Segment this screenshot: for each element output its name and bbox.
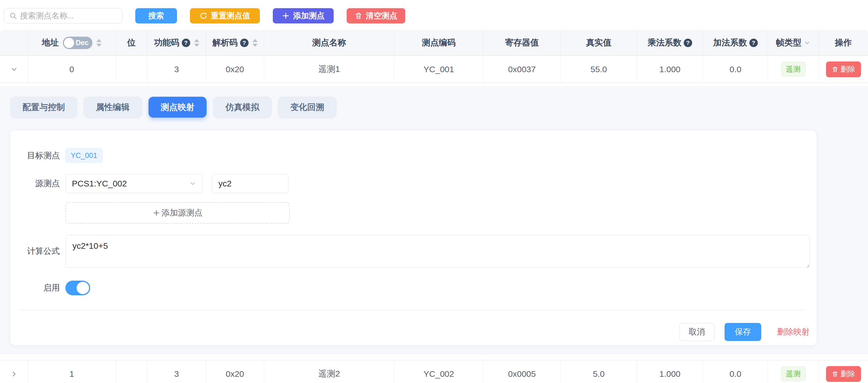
top-toolbar: 搜索 重置测点值 添加测点 清空测点: [0, 0, 868, 30]
tab-change-history[interactable]: 变化回溯: [278, 97, 336, 118]
address-sort-control[interactable]: [96, 39, 101, 47]
cell-address: 0: [28, 56, 116, 83]
col-header-expand: [0, 30, 28, 56]
enable-row: 启用: [27, 281, 810, 295]
col-label-point-name: 测点名称: [312, 37, 346, 49]
plus-icon: [282, 12, 290, 20]
tab-point-mapping[interactable]: 测点映射: [149, 97, 207, 118]
col-label-frame-type: 帧类型: [776, 37, 802, 49]
col-label-parse-code: 解析码: [213, 37, 238, 49]
target-point-row: 目标测点 YC_001: [27, 148, 810, 163]
toggle-knob: [76, 282, 89, 294]
formula-input[interactable]: yc2*10+5: [65, 235, 810, 268]
tab-simulation[interactable]: 仿真模拟: [213, 97, 271, 118]
cell-func-code: 3: [147, 56, 206, 83]
points-table: 地址 Dec 位 功能码 解析码 测点名称 测点编码 寄存器值: [0, 30, 868, 383]
add-source-point-button[interactable]: 添加源测点: [65, 202, 290, 224]
toggle-knob: [64, 38, 74, 48]
col-header-point-name: 测点名称: [264, 30, 395, 56]
col-label-multiplier: 乘法系数: [648, 37, 681, 49]
col-header-frame-type: 帧类型: [768, 30, 819, 56]
col-header-actions: 操作: [819, 30, 868, 56]
card-footer: 取消 保存 删除映射: [27, 323, 810, 341]
row-detail-panel: 配置与控制 属性编辑 测点映射 仿真模拟 变化回溯 目标测点 YC_001 源测…: [0, 86, 868, 355]
source-point-label: 源测点: [27, 178, 60, 189]
col-header-register-value: 寄存器值: [483, 30, 561, 56]
address-format-toggle[interactable]: Dec: [63, 37, 93, 49]
tab-config-control[interactable]: 配置与控制: [10, 97, 77, 118]
clear-points-button[interactable]: 清空测点: [347, 8, 405, 23]
frame-type-badge: 遥测: [781, 366, 805, 381]
expand-row-button[interactable]: [0, 360, 28, 383]
detail-tabs: 配置与控制 属性编辑 测点映射 仿真模拟 变化回溯: [10, 97, 858, 118]
cell-multiplier: 1.000: [637, 360, 703, 383]
col-label-addend: 加法系数: [713, 37, 747, 49]
cell-frame-type: 遥测: [768, 360, 819, 383]
help-icon[interactable]: [182, 39, 190, 47]
cell-point-name: 遥测2: [264, 360, 395, 383]
col-header-address: 地址 Dec: [28, 30, 116, 56]
cell-addend: 0.0: [703, 56, 768, 83]
delete-row-button[interactable]: 删除: [826, 366, 861, 382]
search-button[interactable]: 搜索: [135, 8, 177, 23]
mapping-card: 目标测点 YC_001 源测点 PCS1:YC_002 添加源测点 计算公式 y…: [10, 130, 816, 345]
cell-frame-type: 遥测: [768, 56, 819, 83]
cell-parse-code: 0x20: [206, 56, 264, 83]
collapse-row-button[interactable]: [0, 56, 28, 83]
delete-button-label: 删除: [841, 64, 855, 74]
cancel-button[interactable]: 取消: [679, 323, 714, 341]
reset-points-button[interactable]: 重置测点值: [190, 8, 260, 23]
formula-label: 计算公式: [27, 246, 60, 257]
help-icon[interactable]: [240, 39, 249, 47]
source-alias-input[interactable]: [212, 174, 288, 193]
col-label-func-code: 功能码: [154, 37, 180, 49]
chevron-right-icon: [10, 370, 18, 378]
chevron-down-icon: [189, 180, 196, 187]
target-point-label: 目标测点: [27, 150, 60, 161]
plus-icon: [153, 209, 160, 216]
footer-divider: [20, 310, 806, 310]
cell-real-value: 5.0: [561, 360, 637, 383]
col-header-parse-code: 解析码: [206, 30, 264, 56]
func-code-sort-control[interactable]: [194, 39, 199, 47]
cell-bit: [116, 360, 147, 383]
delete-row-button[interactable]: 删除: [826, 61, 861, 77]
search-box[interactable]: [4, 8, 122, 23]
toggle-label: Dec: [76, 39, 89, 47]
cell-parse-code: 0x20: [206, 360, 264, 383]
cell-bit: [116, 56, 147, 83]
reset-button-label: 重置测点值: [211, 10, 250, 21]
add-point-button[interactable]: 添加测点: [273, 8, 334, 23]
add-button-label: 添加测点: [293, 10, 324, 21]
source-point-row: 源测点 PCS1:YC_002: [27, 174, 810, 193]
cell-address: 1: [28, 360, 116, 383]
table-header: 地址 Dec 位 功能码 解析码 测点名称 测点编码 寄存器值: [0, 30, 868, 56]
trash-icon: [832, 371, 838, 377]
filter-chevron-icon[interactable]: [804, 39, 810, 46]
col-label-bit: 位: [127, 37, 135, 49]
chevron-down-icon: [10, 65, 18, 73]
save-button[interactable]: 保存: [724, 323, 761, 341]
cell-actions: 删除: [819, 56, 868, 83]
cell-multiplier: 1.000: [637, 56, 703, 83]
cell-actions: 删除: [819, 360, 868, 383]
clear-button-label: 清空测点: [366, 10, 397, 21]
table-row: 1 3 0x20 遥测2 YC_002 0x0005 5.0 1.000 0.0…: [0, 360, 868, 383]
delete-mapping-button[interactable]: 删除映射: [777, 326, 810, 337]
tab-attribute-edit[interactable]: 属性编辑: [84, 97, 142, 118]
source-point-select[interactable]: PCS1:YC_002: [65, 174, 203, 193]
source-point-select-value: PCS1:YC_002: [72, 179, 127, 188]
table-row: 0 3 0x20 遥测1 YC_001 0x0037 55.0 1.000 0.…: [0, 56, 868, 83]
help-icon[interactable]: [749, 39, 758, 47]
add-source-label: 添加源测点: [162, 207, 203, 218]
col-label-actions: 操作: [835, 37, 852, 49]
enable-toggle[interactable]: [65, 281, 90, 295]
frame-type-badge: 遥测: [781, 62, 805, 77]
parse-code-sort-control[interactable]: [252, 39, 257, 47]
col-label-real-value: 真实值: [586, 37, 612, 49]
search-input[interactable]: [20, 11, 122, 20]
col-label-point-code: 测点编码: [422, 37, 456, 49]
search-icon: [9, 12, 17, 20]
help-icon[interactable]: [684, 39, 692, 47]
cell-real-value: 55.0: [561, 56, 637, 83]
